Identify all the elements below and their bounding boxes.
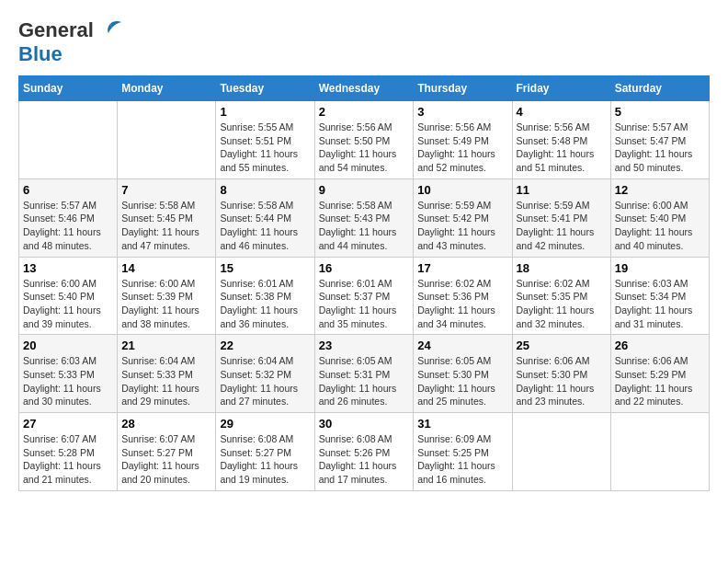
day-number: 14 [121,261,211,275]
calendar-cell: 24Sunrise: 6:05 AMSunset: 5:30 PMDayligh… [414,335,512,413]
day-number: 18 [517,261,607,275]
calendar-cell: 1Sunrise: 5:55 AMSunset: 5:51 PMDaylight… [216,101,314,179]
day-number: 4 [517,105,607,119]
day-number: 12 [615,183,705,197]
calendar-week-row: 6Sunrise: 5:57 AMSunset: 5:46 PMDaylight… [19,178,710,257]
day-info: Sunrise: 5:59 AMSunset: 5:41 PMDaylight:… [517,199,607,253]
calendar-cell: 5Sunrise: 5:57 AMSunset: 5:47 PMDaylight… [610,101,709,179]
day-info: Sunrise: 6:02 AMSunset: 5:36 PMDaylight:… [417,277,507,331]
calendar-cell: 25Sunrise: 6:06 AMSunset: 5:30 PMDayligh… [512,335,610,413]
calendar-cell: 23Sunrise: 6:05 AMSunset: 5:31 PMDayligh… [314,335,414,413]
day-number: 29 [220,417,310,431]
day-number: 30 [319,417,410,431]
calendar-header-row: SundayMondayTuesdayWednesdayThursdayFrid… [19,76,710,101]
day-number: 16 [319,261,410,275]
day-number: 31 [417,417,507,431]
day-info: Sunrise: 6:04 AMSunset: 5:32 PMDaylight:… [220,354,310,408]
day-info: Sunrise: 5:58 AMSunset: 5:43 PMDaylight:… [319,199,410,253]
day-info: Sunrise: 6:01 AMSunset: 5:37 PMDaylight:… [319,277,410,331]
calendar-cell: 12Sunrise: 6:00 AMSunset: 5:40 PMDayligh… [610,178,709,257]
calendar-cell: 22Sunrise: 6:04 AMSunset: 5:32 PMDayligh… [216,335,314,413]
calendar-cell: 15Sunrise: 6:01 AMSunset: 5:38 PMDayligh… [216,257,314,335]
calendar-cell [512,413,610,491]
calendar-cell: 29Sunrise: 6:08 AMSunset: 5:27 PMDayligh… [216,413,314,491]
day-number: 23 [319,339,410,352]
day-number: 28 [121,417,211,431]
calendar-cell: 3Sunrise: 5:56 AMSunset: 5:49 PMDaylight… [414,101,512,179]
day-number: 8 [220,183,310,197]
weekday-header-monday: Monday [118,76,216,101]
calendar-cell: 31Sunrise: 6:09 AMSunset: 5:25 PMDayligh… [414,413,512,491]
day-number: 24 [417,339,507,352]
calendar-week-row: 20Sunrise: 6:03 AMSunset: 5:33 PMDayligh… [19,335,710,413]
day-info: Sunrise: 6:00 AMSunset: 5:40 PMDaylight:… [23,277,113,331]
calendar-cell [610,413,709,491]
day-info: Sunrise: 6:02 AMSunset: 5:35 PMDaylight:… [517,277,607,331]
day-info: Sunrise: 6:00 AMSunset: 5:39 PMDaylight:… [121,277,211,331]
day-number: 25 [517,339,607,352]
calendar-cell: 14Sunrise: 6:00 AMSunset: 5:39 PMDayligh… [118,257,216,335]
day-info: Sunrise: 6:01 AMSunset: 5:38 PMDaylight:… [220,277,310,331]
calendar-cell: 21Sunrise: 6:04 AMSunset: 5:33 PMDayligh… [118,335,216,413]
day-info: Sunrise: 5:59 AMSunset: 5:42 PMDaylight:… [417,199,507,253]
day-number: 27 [23,417,113,431]
day-info: Sunrise: 5:56 AMSunset: 5:48 PMDaylight:… [517,121,607,175]
calendar-cell [19,101,118,179]
calendar-cell [118,101,216,179]
calendar-cell: 30Sunrise: 6:08 AMSunset: 5:26 PMDayligh… [314,413,414,491]
day-info: Sunrise: 5:56 AMSunset: 5:49 PMDaylight:… [417,121,507,175]
day-number: 1 [220,105,310,119]
day-info: Sunrise: 6:06 AMSunset: 5:30 PMDaylight:… [517,354,607,408]
day-number: 11 [517,183,607,197]
day-number: 15 [220,261,310,275]
calendar-week-row: 27Sunrise: 6:07 AMSunset: 5:28 PMDayligh… [19,413,710,491]
day-info: Sunrise: 5:55 AMSunset: 5:51 PMDaylight:… [220,121,310,175]
weekday-header-saturday: Saturday [610,76,709,101]
calendar-cell: 26Sunrise: 6:06 AMSunset: 5:29 PMDayligh… [610,335,709,413]
day-number: 3 [417,105,507,119]
day-info: Sunrise: 6:03 AMSunset: 5:33 PMDaylight:… [23,354,113,408]
day-number: 13 [23,261,113,275]
calendar-cell: 20Sunrise: 6:03 AMSunset: 5:33 PMDayligh… [19,335,118,413]
day-info: Sunrise: 5:57 AMSunset: 5:46 PMDaylight:… [23,199,113,253]
day-number: 5 [615,105,705,119]
day-info: Sunrise: 6:09 AMSunset: 5:25 PMDaylight:… [417,432,507,487]
calendar-cell: 10Sunrise: 5:59 AMSunset: 5:42 PMDayligh… [414,178,512,257]
day-info: Sunrise: 5:56 AMSunset: 5:50 PMDaylight:… [319,121,410,175]
weekday-header-wednesday: Wednesday [314,76,414,101]
day-number: 17 [417,261,507,275]
day-number: 6 [23,183,113,197]
calendar-cell: 28Sunrise: 6:07 AMSunset: 5:27 PMDayligh… [118,413,216,491]
day-number: 22 [220,339,310,352]
calendar-cell: 9Sunrise: 5:58 AMSunset: 5:43 PMDaylight… [314,178,414,257]
calendar-cell: 7Sunrise: 5:58 AMSunset: 5:45 PMDaylight… [118,178,216,257]
weekday-header-sunday: Sunday [19,76,118,101]
calendar-cell: 8Sunrise: 5:58 AMSunset: 5:44 PMDaylight… [216,178,314,257]
calendar-cell: 13Sunrise: 6:00 AMSunset: 5:40 PMDayligh… [19,257,118,335]
calendar-cell: 11Sunrise: 5:59 AMSunset: 5:41 PMDayligh… [512,178,610,257]
day-number: 9 [319,183,410,197]
day-number: 21 [121,339,211,352]
day-info: Sunrise: 6:08 AMSunset: 5:27 PMDaylight:… [220,432,310,487]
calendar-table: SundayMondayTuesdayWednesdayThursdayFrid… [18,75,710,491]
day-info: Sunrise: 6:06 AMSunset: 5:29 PMDaylight:… [615,354,705,408]
weekday-header-thursday: Thursday [414,76,512,101]
calendar-cell: 2Sunrise: 5:56 AMSunset: 5:50 PMDaylight… [314,101,414,179]
day-number: 7 [121,183,211,197]
weekday-header-friday: Friday [512,76,610,101]
day-number: 20 [23,339,113,352]
calendar-cell: 27Sunrise: 6:07 AMSunset: 5:28 PMDayligh… [19,413,118,491]
logo-blue: Blue [18,42,63,65]
day-number: 19 [615,261,705,275]
day-info: Sunrise: 5:58 AMSunset: 5:45 PMDaylight:… [121,199,211,253]
day-number: 26 [615,339,705,352]
day-info: Sunrise: 5:58 AMSunset: 5:44 PMDaylight:… [220,199,310,253]
weekday-header-tuesday: Tuesday [216,76,314,101]
day-info: Sunrise: 6:03 AMSunset: 5:34 PMDaylight:… [615,277,705,331]
day-info: Sunrise: 6:05 AMSunset: 5:31 PMDaylight:… [319,354,410,408]
page-header: General Blue [18,18,710,66]
day-info: Sunrise: 6:05 AMSunset: 5:30 PMDaylight:… [417,354,507,408]
day-info: Sunrise: 6:07 AMSunset: 5:27 PMDaylight:… [121,432,211,487]
calendar-cell: 18Sunrise: 6:02 AMSunset: 5:35 PMDayligh… [512,257,610,335]
logo: General Blue [18,18,123,66]
